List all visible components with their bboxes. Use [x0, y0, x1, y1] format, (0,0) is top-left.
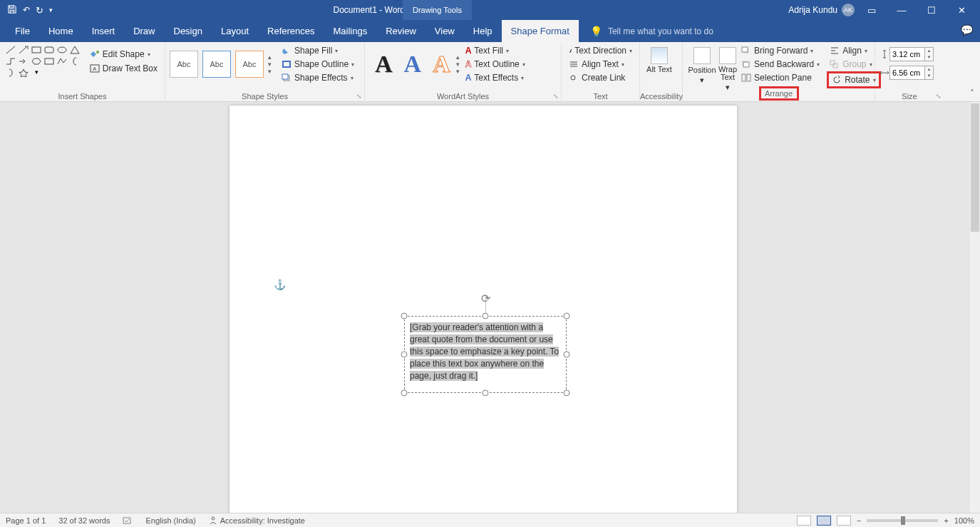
user-name[interactable]: Adrija Kundu [788, 5, 837, 15]
height-input[interactable] [889, 47, 925, 61]
page-indicator[interactable]: Page 1 of 1 [6, 516, 46, 525]
tab-draw[interactable]: Draw [124, 20, 164, 42]
undo-icon[interactable]: ↶ [23, 5, 30, 15]
arrow-right-icon[interactable] [19, 57, 29, 66]
language-indicator[interactable]: English (India) [145, 516, 195, 525]
zoom-out-button[interactable]: − [857, 516, 861, 525]
tab-shape-format[interactable]: Shape Format [502, 20, 579, 42]
wrap-text-button[interactable]: Wrap Text▾ [717, 44, 738, 95]
edit-shape-button[interactable]: Edit Shape▾ [87, 48, 160, 61]
share-icon[interactable]: 💬 [961, 24, 973, 36]
qat-customize-icon[interactable]: ▾ [49, 6, 53, 14]
shape-outline-button[interactable]: Shape Outline▾ [279, 58, 357, 71]
height-icon [880, 49, 889, 59]
minimize-button[interactable]: — [889, 5, 914, 16]
vertical-scrollbar[interactable] [970, 102, 980, 513]
alt-text-button[interactable]: Alt Text [644, 44, 674, 76]
shape-effects-button[interactable]: Shape Effects▾ [279, 71, 357, 84]
shapes-more-icon[interactable]: ▾ [31, 68, 41, 77]
selected-text-box[interactable]: ⟳ [Grab your reader's attention with a g… [404, 316, 567, 393]
rounded-rect-icon[interactable] [44, 46, 54, 54]
freeform-icon[interactable] [57, 57, 67, 66]
tab-home[interactable]: Home [39, 20, 83, 42]
wordart-launcher-icon[interactable]: ⤡ [553, 93, 559, 100]
accessibility-status[interactable]: Accessibility: Investigate [209, 516, 305, 525]
height-spinner[interactable]: ▲▼ [925, 47, 934, 61]
tab-insert[interactable]: Insert [83, 20, 125, 42]
spellcheck-indicator[interactable] [123, 516, 133, 525]
bring-forward-button[interactable]: Bring Forward▾ [738, 44, 822, 57]
line-arrow-icon[interactable] [19, 46, 29, 54]
rect2-icon[interactable] [44, 57, 54, 66]
shape-style-preset-2[interactable]: Abc [202, 51, 231, 78]
zoom-in-button[interactable]: + [944, 516, 948, 525]
tab-file[interactable]: File [6, 20, 39, 42]
web-layout-button[interactable] [837, 516, 851, 526]
align-button[interactable]: Align▾ [827, 44, 880, 57]
tab-design[interactable]: Design [165, 20, 212, 42]
redo-icon[interactable]: ↻ [36, 5, 43, 16]
line-icon[interactable] [6, 46, 16, 54]
selection-pane-button[interactable]: Selection Pane [738, 71, 822, 84]
elbow-connector-icon[interactable] [6, 57, 16, 66]
shape-styles-launcher-icon[interactable]: ⤡ [356, 93, 362, 100]
document-canvas[interactable]: ⚓ ⟳ [Grab your reader's attention with a… [0, 102, 970, 513]
shapes-gallery[interactable]: ▾ [4, 44, 83, 78]
shape-width-field[interactable]: ▲▼ [880, 66, 939, 80]
oval-icon[interactable] [57, 46, 67, 54]
text-box-content[interactable]: [Grab your reader's attention with a gre… [410, 322, 561, 382]
user-avatar[interactable]: AK [842, 4, 855, 16]
rectangle-icon[interactable] [31, 46, 41, 54]
text-outline-button[interactable]: AText Outline▾ [463, 58, 528, 71]
text-direction-button[interactable]: AText Direction▾ [566, 44, 635, 57]
width-spinner[interactable]: ▲▼ [925, 66, 934, 80]
save-icon[interactable] [7, 4, 17, 16]
create-link-button[interactable]: Create Link [566, 71, 635, 84]
size-launcher-icon[interactable]: ⤡ [936, 93, 942, 100]
word-count[interactable]: 32 of 32 words [58, 516, 110, 525]
collapse-ribbon-icon[interactable]: ˄ [970, 88, 974, 98]
tab-references[interactable]: References [258, 20, 324, 42]
wordart-preset-3[interactable]: A [427, 51, 456, 78]
scrollbar-thumb[interactable] [971, 103, 979, 232]
send-backward-button[interactable]: Send Backward▾ [738, 58, 822, 71]
tell-me-search[interactable]: 💡 Tell me what you want to do [579, 20, 713, 42]
rotate-button[interactable]: Rotate▾ [827, 71, 880, 88]
wordart-preset-2[interactable]: A [398, 51, 428, 78]
zoom-level[interactable]: 100% [954, 516, 974, 525]
triangle-icon[interactable] [70, 46, 80, 54]
position-button[interactable]: Position▾ [687, 44, 717, 88]
text-fill-button[interactable]: AText Fill▾ [463, 44, 528, 57]
read-mode-button[interactable] [797, 516, 811, 526]
shape-fill-button[interactable]: Shape Fill▾ [279, 44, 357, 57]
tab-mailings[interactable]: Mailings [324, 20, 377, 42]
tab-review[interactable]: Review [376, 20, 425, 42]
shape-height-field[interactable]: ▲▼ [880, 47, 939, 61]
ribbon-display-options-icon[interactable]: ▭ [859, 5, 884, 16]
draw-text-box-button[interactable]: A Draw Text Box [87, 62, 160, 75]
star-icon[interactable] [19, 68, 29, 77]
hexagon-icon[interactable] [31, 57, 41, 66]
align-text-button[interactable]: Align Text▾ [566, 58, 635, 71]
tab-layout[interactable]: Layout [212, 20, 258, 42]
tab-view[interactable]: View [425, 20, 464, 42]
shape-styles-more-icon[interactable]: ▴▾▾ [268, 53, 272, 75]
wordart-preset-1[interactable]: A [369, 51, 398, 78]
page[interactable] [229, 106, 737, 513]
curly-left-icon[interactable] [70, 57, 80, 66]
maximize-button[interactable]: ☐ [919, 5, 944, 16]
close-button[interactable]: ✕ [949, 5, 974, 16]
shape-style-preset-1[interactable]: Abc [170, 51, 198, 78]
shape-style-preset-3[interactable]: Abc [235, 51, 264, 78]
ribbon: ▾ Edit Shape▾ A Draw Text Box Insert Sha… [0, 42, 980, 102]
print-layout-button[interactable] [817, 516, 831, 526]
group-accessibility: Alt Text Accessibility [640, 42, 683, 102]
anchor-icon[interactable]: ⚓ [274, 279, 286, 290]
text-effects-button[interactable]: AText Effects▾ [463, 71, 528, 84]
tab-help[interactable]: Help [464, 20, 502, 42]
curly-right-icon[interactable] [6, 68, 16, 77]
zoom-slider[interactable] [867, 519, 938, 522]
wordart-more-icon[interactable]: ▴▾▾ [456, 53, 460, 75]
zoom-slider-thumb[interactable] [901, 516, 905, 525]
width-input[interactable] [889, 66, 925, 80]
